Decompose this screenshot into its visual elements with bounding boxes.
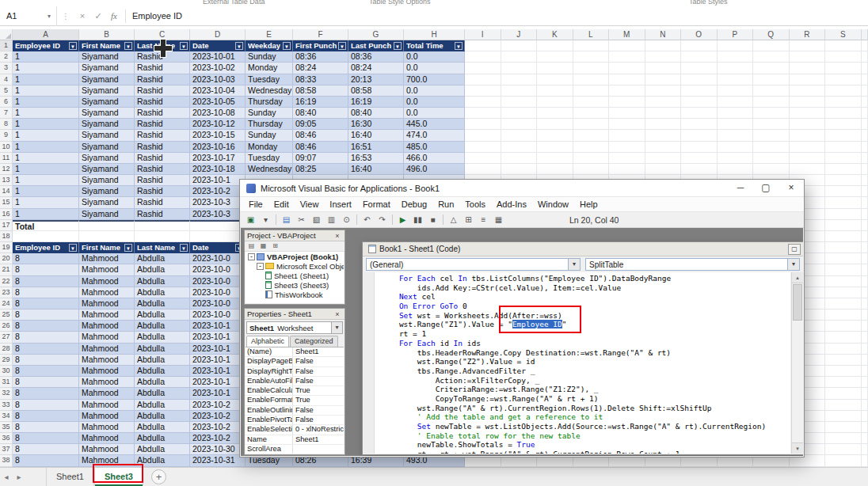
- grid-cell[interactable]: 2023-10-3: [190, 209, 246, 220]
- row-header-33[interactable]: 33: [0, 400, 13, 411]
- view-object-icon[interactable]: ▦: [258, 241, 268, 251]
- grid-cell[interactable]: 0.0: [404, 63, 465, 74]
- grid-cell[interactable]: [825, 422, 862, 433]
- row-header-31[interactable]: 31: [0, 377, 13, 388]
- tab-alphabetic[interactable]: Alphabetic: [246, 336, 289, 347]
- grid-cell[interactable]: [862, 153, 868, 164]
- grid-cell[interactable]: Monday: [246, 142, 293, 153]
- grid-cell[interactable]: 1: [13, 209, 79, 220]
- formula-bar-input[interactable]: Employee ID: [132, 11, 182, 21]
- close-icon[interactable]: ×: [779, 180, 804, 196]
- grid-cell[interactable]: 474.0: [404, 130, 465, 141]
- grid-cell[interactable]: 08:36: [293, 51, 348, 63]
- grid-cell[interactable]: 2023-10-05: [190, 97, 246, 108]
- name-box[interactable]: A1 ▾: [0, 6, 57, 26]
- grid-cell[interactable]: [825, 242, 862, 253]
- grid-cell[interactable]: [753, 74, 790, 85]
- properties-panel-titlebar[interactable]: Properties - Sheet1 ×: [245, 309, 345, 320]
- grid-cell[interactable]: [537, 74, 573, 85]
- grid-cell[interactable]: First Punch▾: [293, 40, 348, 51]
- grid-cell[interactable]: Siyamand: [79, 175, 135, 186]
- row-header-23[interactable]: 23: [0, 287, 13, 298]
- grid-cell[interactable]: 08:36: [348, 51, 404, 63]
- grid-cell[interactable]: [790, 51, 826, 63]
- grid-cell[interactable]: [681, 63, 718, 74]
- grid-cell[interactable]: 2023-10-2: [190, 422, 246, 433]
- row-header-7[interactable]: 7: [0, 108, 13, 119]
- grid-cell[interactable]: 1: [13, 164, 79, 175]
- tab-categorized[interactable]: Categorized: [290, 336, 338, 347]
- grid-cell[interactable]: 1: [13, 186, 79, 197]
- grid-cell[interactable]: Mahmood: [79, 366, 135, 377]
- grid-cell[interactable]: 8: [13, 332, 79, 343]
- maximize-icon[interactable]: ▢: [753, 180, 779, 196]
- grid-cell[interactable]: [753, 130, 790, 141]
- grid-cell[interactable]: Mahmood: [79, 287, 135, 298]
- grid-cell[interactable]: [862, 242, 868, 253]
- grid-cell[interactable]: Siyamand: [79, 186, 135, 197]
- code-line[interactable]: For Each cel In tbs.ListColumns("Employe…: [375, 274, 790, 283]
- column-header-M[interactable]: M: [609, 29, 645, 40]
- row-header-10[interactable]: 10: [0, 142, 13, 153]
- code-window-titlebar[interactable]: Book1 - Sheet1 (Code) ▢: [363, 242, 803, 256]
- grid-cell[interactable]: 1: [13, 153, 79, 164]
- row-header-2[interactable]: 2: [0, 51, 13, 63]
- row-header-4[interactable]: 4: [0, 74, 13, 85]
- grid-cell[interactable]: Siyamand: [79, 209, 135, 220]
- grid-cell[interactable]: [862, 355, 868, 366]
- grid-cell[interactable]: [465, 40, 501, 51]
- grid-cell[interactable]: 2023-10-16: [190, 142, 246, 153]
- column-header-G[interactable]: G: [348, 29, 404, 40]
- grid-cell[interactable]: [537, 153, 573, 164]
- minimize-icon[interactable]: ─: [728, 180, 753, 196]
- grid-cell[interactable]: [862, 186, 868, 197]
- row-header-38[interactable]: 38: [0, 455, 13, 466]
- grid-cell[interactable]: [825, 209, 862, 220]
- column-header-K[interactable]: K: [537, 29, 573, 40]
- grid-cell[interactable]: [645, 130, 682, 141]
- grid-cell[interactable]: 16:40: [348, 130, 404, 141]
- menu-edit[interactable]: Edit: [268, 197, 295, 211]
- grid-cell[interactable]: 16:19: [293, 97, 348, 108]
- grid-cell[interactable]: [537, 119, 573, 130]
- grid-cell[interactable]: 1: [13, 51, 79, 63]
- column-header-O[interactable]: O: [681, 29, 718, 40]
- grid-cell[interactable]: Rashid: [135, 85, 190, 97]
- grid-cell[interactable]: [753, 97, 790, 108]
- grid-cell[interactable]: Mahmood: [79, 309, 135, 321]
- grid-cell[interactable]: Last Name▾: [135, 242, 190, 253]
- grid-cell[interactable]: [718, 108, 754, 119]
- property-row[interactable]: EnablePivotTabFalse: [246, 416, 344, 425]
- grid-cell[interactable]: [537, 142, 573, 153]
- grid-cell[interactable]: Abdulla: [135, 411, 190, 422]
- grid-cell[interactable]: 16:53: [348, 153, 404, 164]
- grid-cell[interactable]: 8: [13, 422, 79, 433]
- property-row[interactable]: NameSheet1: [246, 435, 344, 445]
- grid-cell[interactable]: [573, 130, 610, 141]
- break-icon[interactable]: ▮▮: [410, 213, 425, 227]
- grid-cell[interactable]: [790, 85, 826, 97]
- grid-cell[interactable]: 2023-10-1: [190, 321, 246, 332]
- grid-cell[interactable]: 2023-10-0: [190, 264, 246, 275]
- grid-cell[interactable]: Mahmood: [79, 344, 135, 355]
- row-header-5[interactable]: 5: [0, 85, 13, 97]
- row-header-36[interactable]: 36: [0, 433, 13, 444]
- grid-cell[interactable]: Thursday: [246, 97, 293, 108]
- grid-cell[interactable]: [501, 85, 538, 97]
- grid-cell[interactable]: 08:24: [348, 63, 404, 74]
- grid-cell[interactable]: 8: [13, 264, 79, 275]
- grid-cell[interactable]: 2023-10-0: [190, 298, 246, 309]
- grid-cell[interactable]: [790, 97, 826, 108]
- toggle-folders-icon[interactable]: ⊞: [270, 241, 280, 251]
- save-icon[interactable]: ▤: [279, 213, 294, 227]
- grid-cell[interactable]: Abdulla: [135, 276, 190, 287]
- grid-cell[interactable]: [573, 142, 610, 153]
- grid-cell[interactable]: [862, 321, 868, 332]
- grid-cell[interactable]: 2023-10-1: [190, 355, 246, 366]
- grid-cell[interactable]: 2023-10-1: [190, 388, 246, 399]
- grid-cell[interactable]: [862, 231, 868, 242]
- grid-cell[interactable]: 1: [13, 97, 79, 108]
- grid-cell[interactable]: Mahmood: [79, 264, 135, 275]
- grid-cell[interactable]: Siyamand: [79, 85, 135, 97]
- code-line[interactable]: Set wst = Worksheets.Add(After:=wss): [375, 311, 790, 321]
